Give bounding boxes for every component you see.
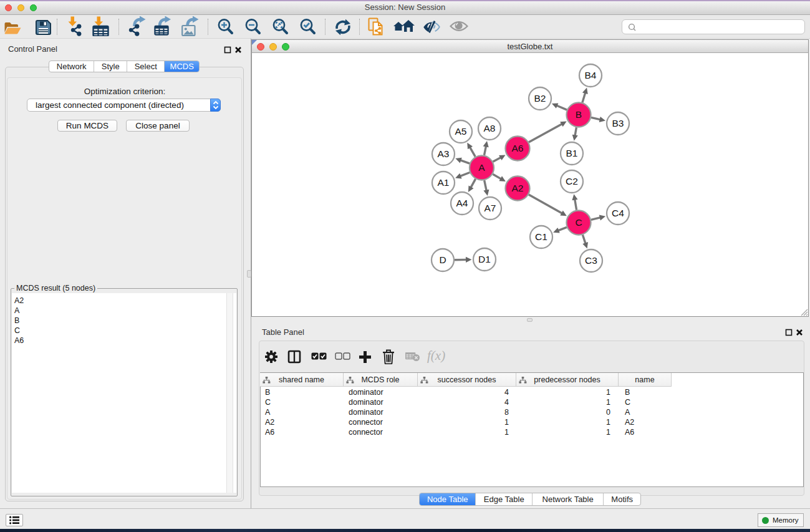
svg-text:C: C bbox=[575, 217, 582, 228]
svg-text:A8: A8 bbox=[484, 123, 496, 133]
svg-text:A7: A7 bbox=[485, 203, 496, 213]
svg-text:B2: B2 bbox=[534, 93, 546, 104]
svg-text:A4: A4 bbox=[456, 198, 468, 208]
svg-text:C4: C4 bbox=[612, 208, 624, 218]
svg-text:C3: C3 bbox=[585, 255, 597, 266]
svg-text:B3: B3 bbox=[612, 118, 624, 128]
svg-text:B1: B1 bbox=[566, 148, 578, 158]
svg-text:C2: C2 bbox=[566, 176, 578, 186]
svg-text:C1: C1 bbox=[535, 231, 547, 242]
svg-text:B4: B4 bbox=[585, 70, 597, 80]
svg-text:A3: A3 bbox=[438, 148, 450, 159]
svg-text:D: D bbox=[439, 254, 446, 265]
svg-text:A: A bbox=[478, 162, 485, 173]
svg-text:D1: D1 bbox=[478, 254, 491, 264]
svg-text:A1: A1 bbox=[438, 177, 450, 188]
svg-text:A5: A5 bbox=[455, 126, 467, 137]
svg-text:A6: A6 bbox=[512, 143, 524, 153]
svg-text:A2: A2 bbox=[512, 183, 524, 193]
svg-text:B: B bbox=[576, 109, 582, 120]
